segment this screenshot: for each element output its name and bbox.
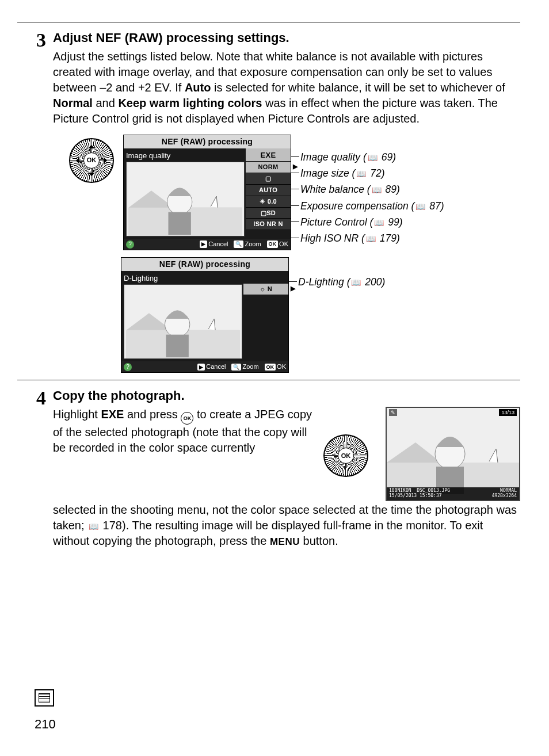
- lcd-footer: ? ▶Cancel 🔍Zoom OKOK: [121, 361, 288, 372]
- help-icon: ?: [126, 240, 134, 249]
- frame-count: 13/13: [499, 409, 517, 416]
- lcd-setting-label: D-Lighting: [124, 273, 241, 284]
- step-title: Copy the photograph.: [53, 387, 520, 404]
- step-title: Adjust NEF (RAW) processing settings.: [53, 29, 520, 47]
- image-metadata-bar: 100NIKON DSC_0013.JPG15/05/2013 15:50:37…: [387, 487, 519, 500]
- lcd-screen-2: NEF (RAW) processing D-Lighting ☼ N ? ▶C…: [121, 257, 289, 373]
- result-preview: ✎ 13/13 100NIKON DSC_0013.JPG15/05/2013 …: [386, 407, 520, 501]
- page-number: 210: [35, 716, 56, 733]
- step-text: Adjust the settings listed below. Note t…: [53, 49, 520, 127]
- retouch-menu-tab-icon: [35, 689, 54, 707]
- lcd-title: NEF (RAW) processing: [121, 258, 288, 271]
- multi-selector-icon: [69, 138, 114, 183]
- step-text-continued: selected in the shooting menu, not the c…: [53, 502, 520, 549]
- preview-image: [126, 162, 245, 236]
- opt-image-quality: NORM: [246, 162, 291, 173]
- step-number: 4: [17, 388, 53, 408]
- lcd-screen-1: NEF (RAW) processing Image quality EXE N…: [123, 135, 291, 250]
- svg-rect-9: [166, 335, 188, 357]
- svg-rect-4: [168, 212, 190, 235]
- retouch-icon: ✎: [389, 409, 397, 416]
- multi-selector-ok-icon: [323, 434, 368, 477]
- opt-exposure-comp: ☀ 0.0: [246, 196, 291, 208]
- opt-picture-control: ▢SD: [246, 208, 291, 219]
- opt-image-size: ▢: [246, 173, 291, 185]
- step-text: Highlight EXE and press OK to create a J…: [53, 407, 313, 456]
- step-4: 4 Copy the photograph. Highlight EXE and…: [17, 387, 520, 549]
- opt-d-lighting: ☼ N: [243, 284, 288, 295]
- lcd-footer: ? ▶Cancel 🔍Zoom OKOK: [124, 239, 291, 250]
- lcd-setting-label: Image quality: [126, 151, 243, 161]
- step-number: 3: [17, 30, 53, 50]
- ok-button-icon: OK: [181, 412, 193, 425]
- preview-image: [124, 284, 242, 359]
- opt-high-iso-nr: ISO NR N: [246, 219, 291, 230]
- opt-exe: EXE: [246, 148, 291, 162]
- menu-button-label: MENU: [270, 536, 300, 547]
- step-3: 3 Adjust NEF (RAW) processing settings. …: [17, 29, 520, 127]
- opt-white-balance: AUTO: [246, 185, 291, 196]
- lcd-title: NEF (RAW) processing: [124, 135, 291, 148]
- help-icon: ?: [124, 363, 132, 371]
- callouts-list: Image quality (📖 69) Image size (📖 72) W…: [300, 135, 444, 248]
- callouts-list: D-Lighting (📖 200): [298, 257, 385, 292]
